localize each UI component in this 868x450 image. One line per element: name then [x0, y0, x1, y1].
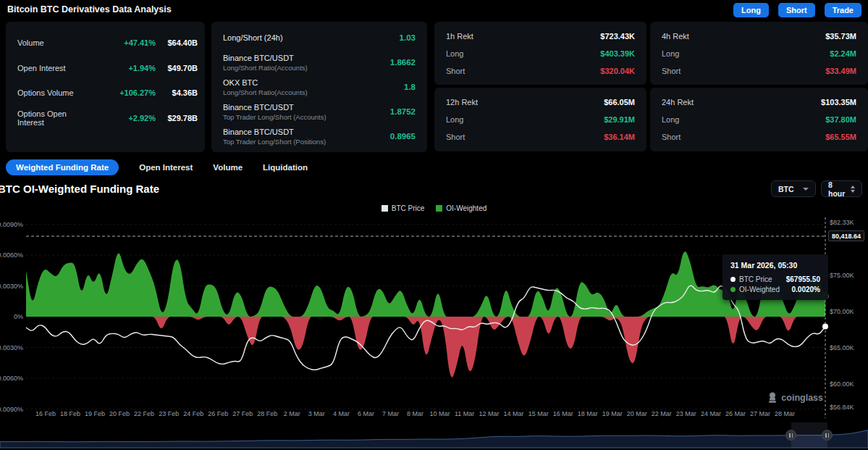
rekt-long-label: Long	[446, 49, 600, 58]
ath-price-label: 80,418.64	[828, 230, 864, 241]
y-axis-right-label: $56.84K	[830, 404, 854, 411]
rekt-short-value: $320.04K	[600, 67, 635, 75]
rekt-card-24h: 24h Rekt$103.35M Long$37.80M Short$65.55…	[650, 88, 868, 151]
stat-value: $29.78B	[156, 114, 198, 122]
watermark-label: coinglass	[781, 393, 823, 403]
stat-row: Options Volume +106.27% $4.36B	[17, 80, 198, 106]
rekt-long-label: Long	[446, 115, 604, 124]
rekt-title: 24h Rekt	[662, 98, 821, 107]
coin-select[interactable]: BTC	[771, 180, 816, 197]
tab-weighted-funding-rate[interactable]: Weighted Funding Rate	[6, 159, 119, 175]
y-axis-left-label: -0.0060%	[0, 375, 23, 382]
rekt-long-value: $2.24M	[830, 49, 856, 58]
stat-change: +2.92%	[93, 114, 156, 122]
rekt-card-12h: 12h Rekt$66.05M Long$29.91M Short$36.14M	[434, 88, 646, 151]
y-axis-left-label: 0%	[0, 313, 23, 320]
ratio-value: 1.03	[400, 33, 416, 42]
chart-navigator[interactable]	[0, 421, 868, 449]
ratio-row: Long/Short (24h) 1.03	[223, 25, 416, 50]
funding-area-negative	[26, 317, 825, 378]
rekt-total: $35.73M	[825, 32, 856, 41]
rekt-long-label: Long	[662, 115, 825, 124]
stat-row: Options Open Interest +2.92% $29.78B	[17, 106, 198, 131]
stat-label: Volume	[17, 38, 93, 47]
rekt-short-label: Short	[662, 133, 825, 141]
navigator-area	[0, 430, 868, 448]
coinglass-icon	[767, 392, 778, 404]
stat-label: Options Volume	[17, 88, 93, 97]
long-short-ratio-panel: Long/Short (24h) 1.03 Binance BTC/USDT L…	[211, 22, 427, 152]
coinglass-watermark: coinglass	[767, 392, 823, 404]
page-title: Bitcoin BTC Derivatives Data Analysis	[7, 4, 172, 14]
rekt-short-value: $36.14M	[604, 133, 635, 141]
ratio-value: 0.8965	[390, 132, 416, 141]
rekt-total: $66.05M	[604, 98, 635, 107]
navigator-handle-left[interactable]	[785, 430, 796, 441]
stat-label: Options Open Interest	[17, 109, 93, 127]
up-down-arrows-icon	[851, 186, 855, 193]
stat-change: +1.94%	[93, 64, 156, 72]
ratio-sublabel: Long/Short Ratio(Accounts)	[223, 88, 404, 96]
ratio-label: Binance BTC/USDT	[223, 54, 390, 62]
interval-select-value: 8 hour	[828, 180, 846, 198]
navigator-handle-right[interactable]	[822, 430, 833, 441]
ratio-value: 1.8662	[390, 58, 416, 67]
y-axis-right-label: $60.00K	[830, 380, 854, 388]
tab-volume[interactable]: Volume	[213, 163, 243, 172]
tooltip-series-name: OI-Weighted	[739, 286, 788, 293]
coin-select-value: BTC	[778, 185, 794, 193]
rekt-card-1h: 1h Rekt$723.43K Long$403.39K Short$320.0…	[434, 22, 646, 85]
rekt-short-label: Short	[446, 133, 604, 141]
ratio-sublabel: Top Trader Long/Short (Accounts)	[223, 113, 390, 121]
tooltip-series-name: BTC Price	[739, 275, 783, 283]
interval-select[interactable]: 8 hour	[821, 180, 862, 197]
chart-tabs: Weighted Funding Rate Open Interest Volu…	[6, 158, 308, 176]
rekt-long-value: $29.91M	[604, 115, 635, 124]
y-axis-right-label: $70.00K	[830, 308, 854, 315]
ratio-row: Binance BTC/USDT Long/Short Ratio(Accoun…	[223, 50, 416, 75]
ratio-label: OKX BTC	[223, 78, 404, 87]
rekt-title: 1h Rekt	[446, 32, 600, 41]
y-axis-left-label: -0.0030%	[0, 344, 23, 351]
y-axis-right-label: $82.33K	[830, 219, 854, 226]
rekt-long-value: $403.39K	[600, 49, 635, 58]
short-button[interactable]: Short	[778, 3, 815, 17]
ratio-label: Long/Short (24h)	[223, 33, 400, 42]
rekt-short-value: $33.49M	[825, 67, 856, 75]
market-stats-panel: Volume +47.41% $64.40B Open Interest +1.…	[6, 22, 205, 152]
stat-label: Open Interest	[17, 64, 93, 72]
rekt-long-value: $37.80M	[825, 115, 856, 124]
tooltip-series-value: 0.0020%	[792, 286, 820, 293]
ratio-row: Binance BTC/USDT Top Trader Long/Short (…	[223, 124, 416, 149]
header-actions: Long Short Trade	[733, 3, 861, 17]
tooltip-series-value: $67955.50	[786, 275, 820, 283]
rekt-card-4h: 4h Rekt$35.73M Long$2.24M Short$33.49M	[650, 22, 868, 85]
ratio-value: 1.8752	[390, 107, 416, 116]
rekt-short-label: Short	[446, 67, 600, 75]
ratio-label: Binance BTC/USDT	[223, 128, 390, 136]
legend-item-btc-price[interactable]: BTC Price	[382, 204, 425, 212]
y-axis-left-label: 0.0030%	[0, 283, 23, 290]
tab-liquidation[interactable]: Liquidation	[263, 163, 308, 172]
legend-swatch-icon	[436, 205, 442, 212]
cursor-dot-btc-price	[822, 323, 828, 329]
legend-label: OI-Weighted	[446, 204, 486, 212]
legend-swatch-icon	[382, 205, 388, 212]
stat-row: Open Interest +1.94% $49.70B	[17, 56, 198, 81]
rekt-long-label: Long	[662, 49, 830, 58]
ratio-row: OKX BTC Long/Short Ratio(Accounts) 1.8	[223, 75, 416, 99]
long-button[interactable]: Long	[733, 3, 769, 17]
funding-rate-chart[interactable]	[0, 214, 868, 419]
stat-value: $4.36B	[156, 88, 198, 97]
stat-value: $49.70B	[156, 64, 198, 72]
trade-button[interactable]: Trade	[825, 3, 861, 17]
stat-change: +106.27%	[93, 88, 156, 97]
tooltip-row: OI-Weighted 0.0020%	[730, 286, 820, 293]
legend-item-oi-weighted[interactable]: OI-Weighted	[436, 204, 486, 212]
y-axis-left-label: -0.0090%	[0, 406, 23, 413]
rekt-short-value: $65.55M	[825, 133, 856, 141]
stat-change: +47.41%	[93, 38, 156, 47]
tab-open-interest[interactable]: Open Interest	[139, 163, 193, 172]
green-dot-icon	[730, 287, 736, 292]
ratio-label: Binance BTC/USDT	[223, 103, 390, 112]
